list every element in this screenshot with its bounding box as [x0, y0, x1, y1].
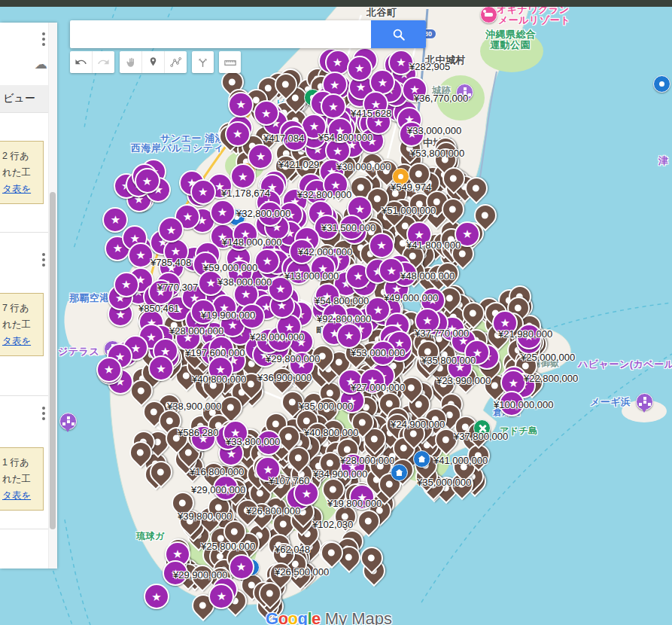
listing-pin-purple[interactable]: ★ — [144, 584, 169, 609]
listing-pin-purple[interactable]: ★ — [347, 56, 372, 81]
hotel-icon[interactable] — [480, 6, 497, 23]
price-label[interactable]: ¥28,000,000 — [169, 325, 223, 337]
price-label[interactable]: ¥40,800,000 — [192, 373, 246, 385]
price-label[interactable]: ¥785,408 — [151, 257, 191, 268]
price-label[interactable]: ¥28,000,000 — [250, 331, 304, 343]
price-label[interactable]: ¥36,900,000 — [257, 372, 312, 383]
price-label[interactable]: ¥586,280 — [178, 427, 218, 438]
price-label[interactable]: ¥16,800,000 — [190, 466, 244, 477]
price-label[interactable]: ¥107,760 — [269, 475, 309, 486]
price-label[interactable]: ¥148,000,000 — [222, 236, 282, 248]
price-label[interactable]: ¥34,900,000 — [313, 468, 367, 480]
price-label[interactable]: ¥35,000,000 — [417, 477, 471, 488]
price-label[interactable]: ¥29,900,000 — [173, 569, 227, 581]
price-label[interactable]: ¥37,770,000 — [415, 328, 469, 339]
price-label[interactable]: ¥33,000,000 — [407, 125, 461, 136]
price-label[interactable]: ¥42,000,000 — [298, 246, 352, 258]
listing-pin-purple[interactable]: ★ — [254, 248, 280, 274]
price-label[interactable]: ¥24,900,000 — [391, 419, 445, 430]
listing-pin-purple[interactable]: ★ — [135, 168, 160, 194]
price-label[interactable]: ¥38,000,000 — [217, 276, 272, 288]
data-table-link[interactable]: タ表を — [2, 184, 31, 194]
shrine-poi-icon[interactable] — [59, 413, 77, 430]
layer-menu-kebab-icon[interactable] — [42, 253, 45, 269]
price-label[interactable]: ¥28,000,000 — [340, 455, 394, 466]
price-label[interactable]: ¥53,000,000 — [351, 347, 405, 358]
price-label[interactable]: ¥30,000,000 — [336, 161, 391, 172]
listing-pin-purple[interactable]: ★ — [190, 179, 216, 205]
price-label[interactable]: ¥37,800,000 — [454, 431, 508, 442]
listing-pin-purple[interactable]: ★ — [321, 93, 346, 119]
price-label[interactable]: ¥92,800,000 — [317, 313, 371, 325]
price-label[interactable]: ¥282,905 — [409, 61, 450, 72]
data-table-link[interactable]: タ表を — [2, 336, 31, 346]
price-label[interactable]: ¥40,800,000 — [304, 427, 358, 438]
price-label[interactable]: ¥26,800,000 — [246, 505, 300, 517]
listing-pin-purple[interactable]: ★ — [114, 272, 139, 297]
price-label[interactable]: ¥51,000,000 — [382, 205, 436, 216]
add-marker-button[interactable] — [142, 51, 165, 73]
listing-pin-purple[interactable]: ★ — [228, 92, 254, 117]
listing-pin-purple[interactable]: ★ — [336, 323, 362, 349]
price-label[interactable]: ¥54,800,000 — [315, 295, 369, 306]
price-label[interactable]: ¥54,800,000 — [318, 132, 372, 143]
beach-poi-icon[interactable] — [636, 393, 653, 410]
home-store-icon[interactable] — [413, 450, 430, 468]
price-label[interactable]: ¥197,600,000 — [185, 347, 245, 358]
price-label[interactable]: ¥36,770,000 — [414, 93, 468, 104]
price-label[interactable]: ¥415,628 — [351, 108, 391, 119]
undo-button[interactable] — [70, 51, 93, 73]
price-label[interactable]: ¥53,800,000 — [410, 148, 464, 159]
price-label[interactable]: ¥39,800,000 — [178, 511, 232, 522]
redo-button[interactable] — [93, 51, 114, 73]
price-label[interactable]: ¥417,084 — [263, 133, 304, 144]
price-label[interactable]: ¥41,000,000 — [433, 455, 488, 466]
price-label[interactable]: ¥32,800,000 — [297, 189, 351, 200]
listing-pin-purple[interactable]: ★ — [248, 144, 273, 169]
scrollbar-thumb[interactable] — [50, 192, 56, 529]
price-label[interactable]: ¥31,500,000 — [321, 222, 376, 233]
price-label[interactable]: ¥23,990,000 — [436, 375, 491, 386]
price-label[interactable]: ¥35,000,000 — [299, 401, 353, 412]
listing-pin-purple[interactable]: ★ — [230, 163, 256, 189]
price-label[interactable]: ¥19,900,000 — [201, 309, 255, 321]
price-label[interactable]: ¥48,000,000 — [400, 270, 455, 282]
price-label[interactable]: ¥49,000,000 — [384, 292, 438, 303]
price-label[interactable]: ¥25,800,000 — [201, 541, 255, 552]
listing-pin-purple[interactable]: ★ — [254, 100, 279, 126]
measure-button[interactable] — [219, 51, 241, 73]
price-label[interactable]: ¥13,000,000 — [284, 270, 339, 282]
listing-pin-purple[interactable]: ★ — [96, 357, 122, 383]
search-input[interactable] — [70, 20, 371, 48]
price-label[interactable]: ¥27,000,000 — [351, 382, 405, 393]
poi-icon[interactable] — [653, 75, 670, 93]
listing-pin-purple[interactable]: ★ — [225, 121, 251, 147]
price-label[interactable]: ¥62,048 — [275, 544, 310, 555]
listing-pin-purple[interactable]: ★ — [229, 554, 254, 580]
price-label[interactable]: ¥38,900,000 — [167, 401, 221, 412]
price-label[interactable]: ¥770,307 — [157, 282, 198, 293]
search-button[interactable] — [371, 20, 426, 48]
directions-button[interactable] — [192, 51, 214, 73]
listing-pin-purple[interactable]: ★ — [369, 233, 394, 258]
price-label[interactable]: ¥102,030 — [312, 519, 353, 530]
price-label[interactable]: ¥29,800,000 — [266, 353, 320, 364]
price-label[interactable]: ¥22,800,000 — [524, 373, 578, 384]
price-label[interactable]: ¥59,000,000 — [203, 262, 257, 273]
price-label[interactable]: ¥21,980,000 — [498, 328, 552, 340]
price-label[interactable]: ¥32,800,000 — [236, 208, 290, 219]
listing-pin-purple[interactable]: ★ — [102, 207, 128, 233]
listing-pin-purple[interactable]: ★ — [210, 200, 236, 225]
price-label[interactable]: ¥421,029 — [278, 159, 319, 170]
layer-menu-kebab-icon[interactable] — [42, 32, 45, 48]
price-label[interactable]: ¥35,800,000 — [421, 355, 476, 366]
price-label[interactable]: ¥26,500,000 — [275, 566, 329, 578]
price-label[interactable]: ¥549,974 — [391, 181, 431, 193]
layer-menu-kebab-icon[interactable] — [42, 407, 45, 422]
view-row[interactable]: ビュー — [0, 85, 48, 113]
price-label[interactable]: ¥19,800,000 — [327, 498, 382, 509]
price-label[interactable]: ¥100,000,000 — [494, 399, 554, 410]
price-label[interactable]: ¥1,178,674 — [221, 188, 270, 199]
price-label[interactable]: ¥29,000,000 — [191, 484, 245, 495]
data-table-link[interactable]: タ表を — [2, 490, 31, 501]
